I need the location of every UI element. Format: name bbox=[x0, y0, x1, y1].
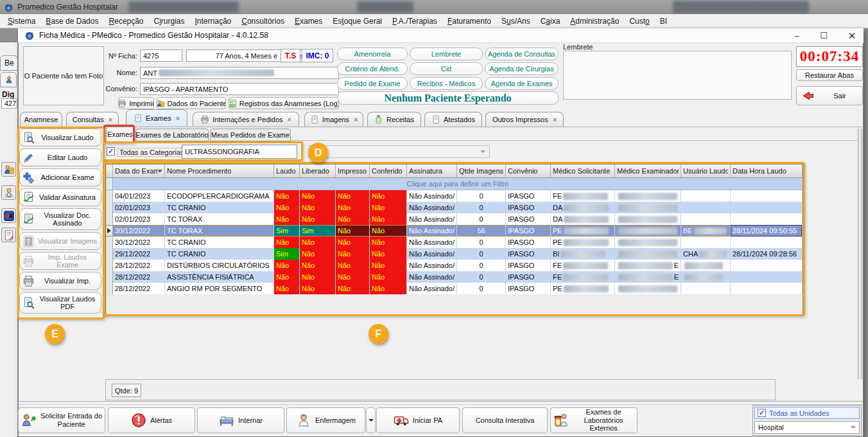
unit-select[interactable]: Hospital bbox=[754, 421, 860, 434]
tab-imagens[interactable]: Imagens× bbox=[304, 112, 363, 127]
menu-item-estoque-geral[interactable]: Estoque Geral bbox=[327, 14, 387, 28]
subtab-exames-de-laborat-rio[interactable]: Exames de Laboratório bbox=[135, 129, 209, 141]
lembrete-button[interactable]: Lembrete bbox=[410, 48, 483, 60]
tab-atestados[interactable]: Atestados bbox=[424, 112, 482, 127]
maximize-button[interactable]: ☐ bbox=[815, 30, 832, 42]
imprimir-button[interactable]: Imprimir bbox=[118, 97, 154, 109]
iniciar-pa-button[interactable]: Iniciar PA bbox=[376, 407, 460, 433]
visualizar-laudos-pdf-button[interactable]: Visualizar Laudos PDF bbox=[19, 292, 101, 314]
pedido-de-exame-button[interactable]: Pedido de Exame bbox=[337, 77, 408, 90]
tab-close-icon[interactable]: × bbox=[108, 116, 112, 123]
minimize-button[interactable]: – bbox=[788, 30, 805, 42]
lembrete-box[interactable] bbox=[563, 51, 792, 100]
agenda-de-exames-button[interactable]: Agenda de Exames bbox=[485, 77, 559, 90]
vertical-scrollbar[interactable] bbox=[858, 129, 862, 379]
column-header-data-hora-laudo[interactable]: Data Hora Laudo bbox=[731, 165, 803, 178]
close-button[interactable]: ✕ bbox=[844, 30, 860, 42]
visualizar-imp-button[interactable]: Visualizar Imp. bbox=[19, 272, 101, 290]
menu-item-bi[interactable]: BI bbox=[655, 14, 672, 28]
ficha-field[interactable]: 4275 bbox=[140, 49, 182, 62]
menu-item-exames[interactable]: Exames bbox=[290, 14, 327, 28]
amenorreia-button[interactable]: Amenorreia bbox=[337, 48, 408, 60]
background-patient-data-icon[interactable] bbox=[1, 162, 16, 177]
menu-item-administra-o[interactable]: Administração bbox=[565, 14, 624, 28]
enfermagem-button[interactable]: Enfermagem bbox=[286, 407, 365, 433]
nome-field[interactable]: ANT bbox=[140, 67, 339, 79]
tab-close-icon[interactable]: × bbox=[553, 116, 557, 123]
column-header-impresso[interactable]: Impresso bbox=[336, 165, 370, 178]
tab-outros-impressos[interactable]: Outros Impressos× bbox=[485, 112, 564, 127]
menu-item-sistema[interactable]: Sistema bbox=[3, 14, 40, 28]
menu-item-consult-rios[interactable]: Consultórios bbox=[236, 14, 290, 28]
table-row[interactable]: 30/12/2022TC TORAXSimSimNãoNãoNão Assina… bbox=[106, 225, 803, 236]
visualizar-doc-assinado-button[interactable]: Visualizar Doc. Assinado bbox=[19, 208, 101, 230]
tab-consultas[interactable]: Consultas× bbox=[66, 112, 119, 127]
validar-assinatura-button[interactable]: Validar Assinatura bbox=[19, 188, 101, 206]
cid-button[interactable]: Cid bbox=[410, 62, 483, 75]
visualizar-laudo-button[interactable]: Visualizar Laudo bbox=[19, 129, 101, 147]
exames-de-laborat-rios-externos-button[interactable]: Exames de Laboratórios Externos bbox=[550, 407, 638, 433]
ts-badge[interactable]: T.S bbox=[281, 49, 300, 62]
agenda-de-consultas-button[interactable]: Agenda de Consultas bbox=[485, 48, 559, 60]
crit-rio-de-atend-button[interactable]: Critério de Atend. bbox=[337, 62, 408, 75]
tab-close-icon[interactable]: × bbox=[354, 116, 358, 123]
table-row[interactable]: 28/12/2022DISTÚRBIOS CIRCULATÓRIOSNãoNão… bbox=[106, 260, 803, 271]
tab-close-icon[interactable]: × bbox=[288, 116, 291, 123]
background-tab-patient[interactable] bbox=[0, 72, 17, 87]
all-units-checkbox[interactable]: ✓ bbox=[758, 409, 766, 417]
background-notes-icon[interactable] bbox=[1, 227, 16, 242]
consulta-interativa-button[interactable]: Consulta Interativa bbox=[462, 407, 548, 433]
table-filter-row[interactable]: Clique aqui para definir um Filtro bbox=[106, 178, 803, 190]
menu-item-p-a-terapias[interactable]: P.A./Terapias bbox=[387, 14, 442, 28]
column-header-qtde-imagens[interactable]: Qtde Imagens bbox=[457, 165, 506, 178]
tab-receitas[interactable]: Receitas bbox=[367, 112, 421, 127]
column-header-laudo[interactable]: Laudo bbox=[274, 165, 300, 178]
background-blue-app-icon[interactable] bbox=[1, 208, 16, 223]
tab-close-icon[interactable]: × bbox=[176, 114, 180, 122]
all-units-row[interactable]: ✓ Todas as Unidades bbox=[754, 407, 860, 419]
menu-item-recep-o[interactable]: Recepção bbox=[103, 14, 148, 28]
background-doctor-icon[interactable] bbox=[1, 185, 16, 200]
table-row[interactable]: 02/01/2023TC CRANIONãoNãoNãoNãoNão Assin… bbox=[106, 202, 803, 213]
menu-item-faturamento[interactable]: Faturamento bbox=[442, 14, 496, 28]
column-header-nome-procedimento[interactable]: Nome Procedimento bbox=[165, 165, 274, 178]
tab-interna-es-e-pedidos[interactable]: Internações e Pedidos× bbox=[193, 112, 299, 127]
table-row[interactable]: 30/12/2022TC CRANIONãoNãoNãoNãoNão Assin… bbox=[106, 236, 803, 248]
subtab-exames[interactable]: Exames bbox=[106, 127, 134, 141]
background-field-value[interactable]: 427 bbox=[1, 98, 17, 109]
column-header-m-dico-solicitante[interactable]: Médico Solicitante bbox=[551, 165, 615, 178]
enfermagem-dropdown-button[interactable] bbox=[366, 407, 376, 433]
tab-anamnese[interactable]: Anamnese bbox=[20, 112, 62, 127]
table-row[interactable]: 28/12/2022ASSISTÊNCIA FISIÁTRICANãoNãoNã… bbox=[106, 271, 803, 283]
table-row[interactable]: 29/12/2022TC CRANIOSimNãoNãoNãoNão Assin… bbox=[106, 248, 803, 260]
imc-badge[interactable]: IMC: 0 bbox=[302, 49, 333, 62]
all-categories-checkbox[interactable]: ✓ bbox=[107, 147, 115, 156]
column-header-usu-rio-laudo[interactable]: Usuário Laudo bbox=[681, 165, 731, 178]
editar-laudo-button[interactable]: Editar Laudo bbox=[19, 148, 101, 166]
convenio-field[interactable]: IPASGO - APARTAMENTO bbox=[140, 83, 339, 95]
column-header-liberado[interactable]: Liberado bbox=[300, 165, 336, 178]
column-header-assinatura[interactable]: Assinatura bbox=[407, 165, 457, 178]
adicionar-exame-button[interactable]: Adicionar Exame bbox=[19, 168, 101, 186]
recibos-m-dicos-button[interactable]: Recibos - Médicos bbox=[410, 77, 483, 90]
solicitar-entrada-do-paciente-button[interactable]: Solicitar Entrada do Paciente bbox=[18, 407, 105, 433]
alertas-button[interactable]: Alertas bbox=[108, 407, 195, 433]
subtab-meus-pedidos-de-exame[interactable]: Meus Pedidos de Exame bbox=[210, 129, 291, 141]
column-header-conferido[interactable]: Conferido bbox=[370, 165, 407, 178]
exams-table[interactable]: Data do ExameNome ProcedimentoLaudoLiber… bbox=[105, 164, 803, 315]
menu-item-custo[interactable]: Custo bbox=[624, 14, 654, 28]
menu-item-base-de-dados[interactable]: Base de Dados bbox=[40, 14, 103, 28]
exit-button[interactable]: Sair bbox=[796, 86, 863, 105]
dados-do-paciente-button[interactable]: Dados do Paciente bbox=[157, 97, 226, 109]
background-tab[interactable]: Be bbox=[0, 55, 18, 71]
registros-das-anamneses-log-button[interactable]: ACTLOGRegistros das Anamneses (Log) bbox=[229, 97, 339, 109]
internar-button[interactable]: Internar bbox=[197, 407, 284, 433]
menu-item-interna-o[interactable]: Internação bbox=[190, 14, 237, 28]
category-combobox[interactable]: ULTRASSONOGRAFIA bbox=[182, 145, 297, 159]
menu-item-caixa[interactable]: Caixa bbox=[535, 14, 566, 28]
column-header-indicator[interactable] bbox=[106, 165, 113, 178]
column-header-m-dico-examinador[interactable]: Médico Examinador bbox=[615, 165, 681, 178]
table-row[interactable]: 04/01/2023ECODOPPLERCARDIOGRAMANãoNãoNão… bbox=[106, 190, 803, 202]
restore-tabs-button[interactable]: Restaurar Abas bbox=[796, 69, 863, 81]
column-header-data-do-exame[interactable]: Data do Exame bbox=[113, 165, 165, 178]
